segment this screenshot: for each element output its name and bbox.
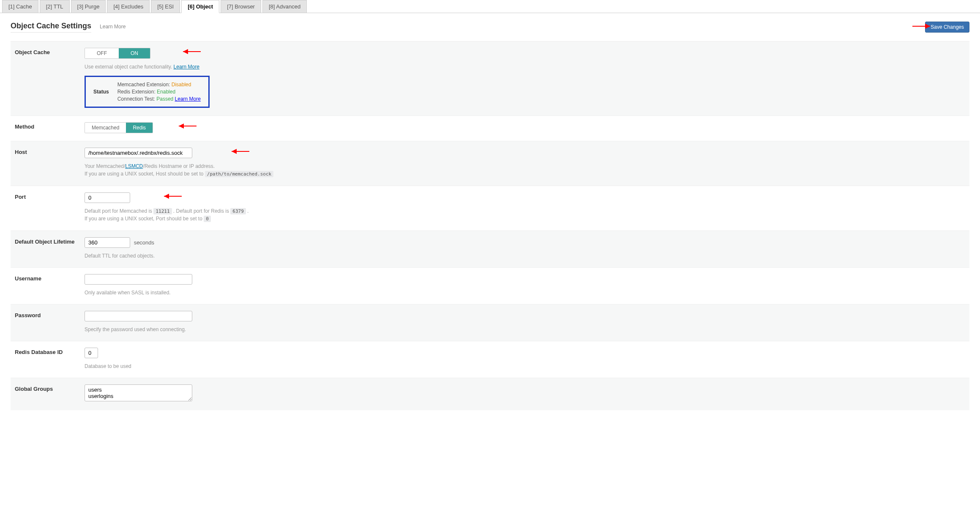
tab-advanced[interactable]: [8] Advanced [262, 0, 307, 13]
object-cache-toggle[interactable]: OFF ON [85, 48, 150, 59]
status-conn-test-label: Connection Test: [117, 96, 157, 102]
tab-ttl[interactable]: [2] TTL [40, 0, 70, 13]
username-input[interactable] [85, 274, 192, 285]
lifetime-unit: seconds [134, 239, 154, 246]
tab-cache[interactable]: [1] Cache [2, 0, 38, 13]
tab-esi[interactable]: [5] ESI [151, 0, 180, 13]
host-lsmcd-link[interactable]: LSMCD [125, 163, 143, 169]
object-cache-on[interactable]: ON [119, 48, 150, 58]
page-title: Object Cache Settings [11, 22, 91, 33]
host-desc2-code: /path/to/memcached.sock [205, 171, 273, 177]
learn-more-link[interactable]: Learn More [100, 24, 126, 30]
port-desc1a: Default port for Memcached is [85, 208, 153, 214]
port-desc1c: . [246, 208, 249, 214]
password-desc: Specify the password used when connectin… [85, 326, 965, 333]
port-label: Port [11, 186, 85, 230]
annotation-arrow-icon [228, 148, 249, 155]
password-input[interactable] [85, 311, 192, 321]
port-desc1b: . Default port for Redis is [172, 208, 231, 214]
tab-purge[interactable]: [3] Purge [71, 0, 106, 13]
global-groups-label: Global Groups [11, 378, 85, 410]
global-groups-textarea[interactable] [85, 384, 192, 401]
host-desc1b: /Redis Hostname or IP address. [143, 163, 215, 169]
annotation-arrow-icon [175, 122, 197, 130]
method-memcached[interactable]: Memcached [85, 123, 126, 133]
port-input[interactable] [85, 192, 130, 203]
tab-excludes[interactable]: [4] Excludes [107, 0, 150, 13]
host-input[interactable] [85, 148, 192, 158]
port-desc2: If you are using a UNIX socket, Port sho… [85, 216, 204, 222]
annotation-arrow-icon [161, 192, 182, 200]
status-learn-more-link[interactable]: Learn More [175, 96, 201, 102]
username-desc: Only available when SASL is installed. [85, 289, 965, 296]
lifetime-label: Default Object Lifetime [11, 231, 85, 267]
host-label: Host [11, 141, 85, 186]
tab-browser[interactable]: [7] Browser [221, 0, 261, 13]
object-cache-desc: Use external object cache functionality. [85, 64, 174, 70]
status-label: Status [93, 89, 109, 95]
method-redis[interactable]: Redis [126, 123, 153, 133]
save-changes-button[interactable]: Save Changes [925, 22, 969, 33]
tab-object[interactable]: [6] Object [181, 0, 219, 13]
object-cache-off[interactable]: OFF [85, 48, 119, 58]
username-label: Username [11, 268, 85, 304]
port-desc2-code: 0 [204, 216, 211, 222]
lifetime-desc: Default TTL for cached objects. [85, 252, 965, 260]
method-toggle[interactable]: Memcached Redis [85, 122, 153, 133]
status-redis-ext-value: Enabled [157, 89, 175, 95]
host-desc1a: Your Memcached/ [85, 163, 125, 169]
host-desc2: If you are using a UNIX socket, Host sho… [85, 171, 205, 177]
lifetime-input[interactable] [85, 237, 130, 248]
redis-db-input[interactable] [85, 348, 98, 358]
annotation-arrow-icon [180, 48, 201, 55]
object-cache-label: Object Cache [11, 41, 85, 115]
tab-bar: [1] Cache [2] TTL [3] Purge [4] Excludes… [0, 0, 980, 13]
method-label: Method [11, 116, 85, 141]
port-desc1-code-b: 6379 [230, 208, 246, 214]
status-conn-test-value: Passed [156, 96, 173, 102]
redis-db-label: Redis Database ID [11, 341, 85, 378]
port-desc1-code-a: 11211 [153, 208, 172, 214]
object-cache-learn-more-link[interactable]: Learn More [174, 64, 199, 70]
status-redis-ext-label: Redis Extension: [117, 89, 157, 95]
status-memcached-ext-label: Memcached Extension: [117, 82, 172, 88]
password-label: Password [11, 305, 85, 341]
redis-db-desc: Database to be used [85, 362, 965, 370]
status-memcached-ext-value: Disabled [172, 82, 191, 88]
status-box: Status Memcached Extension: Disabled Red… [85, 76, 210, 108]
